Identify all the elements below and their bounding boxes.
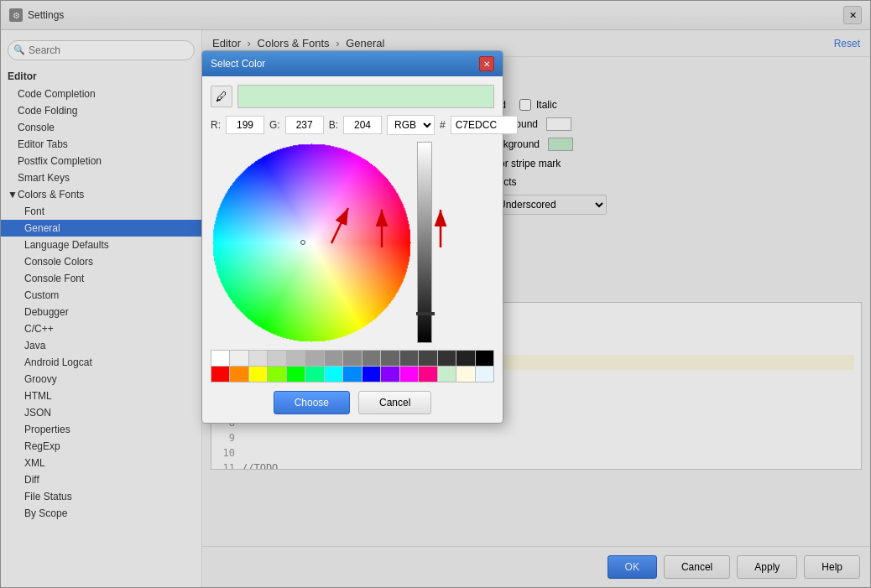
b-label: B:	[329, 119, 338, 131]
swatch-cell[interactable]	[325, 351, 342, 366]
dialog-body: 🖊 R: G: B: RGB #	[202, 76, 503, 423]
color-wheel-canvas[interactable]	[211, 142, 412, 343]
swatch-cell[interactable]	[438, 367, 456, 382]
swatch-cell[interactable]	[456, 367, 474, 382]
color-swatches-grid	[211, 350, 494, 382]
swatch-cell[interactable]	[476, 367, 493, 382]
swatch-cell[interactable]	[400, 367, 418, 382]
r-label: R:	[211, 119, 221, 131]
swatch-cell[interactable]	[343, 351, 361, 366]
color-picker-dialog: Select Color ✕ 🖊 R: G: B: RGB	[201, 50, 503, 424]
color-preview-bar: 🖊	[211, 85, 494, 108]
swatch-cell[interactable]	[381, 367, 399, 382]
swatch-cell[interactable]	[419, 367, 436, 382]
swatch-cell[interactable]	[287, 367, 305, 382]
eyedropper-icon: 🖊	[216, 90, 227, 103]
choose-button[interactable]: Choose	[274, 391, 350, 414]
swatch-cell[interactable]	[268, 351, 285, 366]
swatch-cell[interactable]	[249, 367, 267, 382]
swatch-cell[interactable]	[362, 367, 380, 382]
dialog-buttons: Choose Cancel	[211, 391, 494, 414]
swatch-cell[interactable]	[438, 351, 456, 366]
swatch-cell[interactable]	[362, 351, 380, 366]
swatch-cell[interactable]	[211, 367, 229, 382]
colorwheel-container	[211, 142, 494, 343]
swatch-cell[interactable]	[249, 351, 267, 366]
dialog-title: Select Color	[211, 58, 265, 70]
hex-input[interactable]	[451, 116, 518, 134]
b-input[interactable]	[343, 116, 382, 134]
hash-label: #	[440, 119, 446, 131]
swatch-cell[interactable]	[230, 367, 248, 382]
swatch-cell[interactable]	[456, 351, 474, 366]
swatch-cell[interactable]	[343, 367, 361, 382]
swatch-cell[interactable]	[287, 351, 305, 366]
colorwheel-wrap[interactable]	[211, 142, 412, 343]
swatch-cell[interactable]	[230, 351, 248, 366]
r-input[interactable]	[226, 116, 264, 134]
swatch-cell[interactable]	[268, 367, 285, 382]
brightness-slider[interactable]	[417, 142, 432, 343]
swatch-cell[interactable]	[305, 351, 323, 366]
rgb-inputs-row: R: G: B: RGB #	[211, 115, 494, 135]
color-mode-select[interactable]: RGB	[387, 115, 435, 135]
color-preview-swatch[interactable]	[237, 85, 494, 108]
dialog-titlebar: Select Color ✕	[202, 51, 503, 76]
dialog-close-button[interactable]: ✕	[479, 56, 494, 71]
swatch-cell[interactable]	[325, 367, 342, 382]
brightness-handle	[416, 312, 435, 315]
swatch-cell[interactable]	[419, 351, 436, 366]
swatch-cell[interactable]	[211, 351, 229, 366]
swatch-cell[interactable]	[476, 351, 493, 366]
swatch-cell[interactable]	[305, 367, 323, 382]
g-label: G:	[269, 119, 280, 131]
swatch-cell[interactable]	[381, 351, 399, 366]
modal-overlay: Select Color ✕ 🖊 R: G: B: RGB	[0, 0, 871, 588]
swatch-cell[interactable]	[400, 351, 418, 366]
g-input[interactable]	[285, 116, 324, 134]
dialog-cancel-button[interactable]: Cancel	[358, 391, 431, 414]
eyedropper-button[interactable]: 🖊	[211, 86, 232, 107]
